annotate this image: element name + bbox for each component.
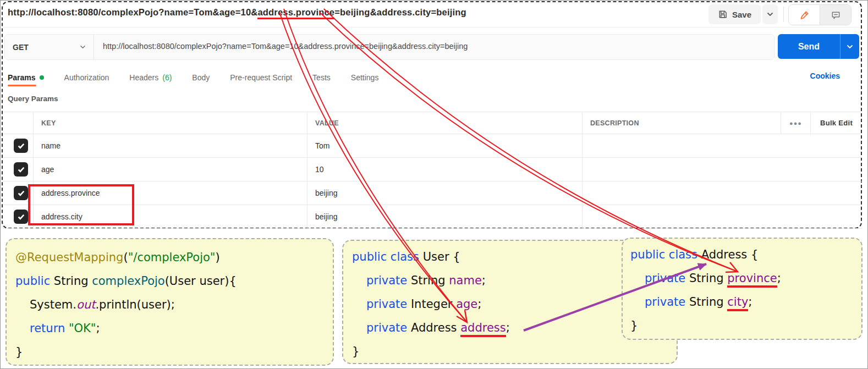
code-line: private String province; xyxy=(630,267,854,290)
query-params-title: Query Params xyxy=(8,95,58,103)
table-header-row: KEY VALUE DESCRIPTION ●●● Bulk Edit xyxy=(3,112,862,134)
column-header-key: KEY xyxy=(33,112,307,134)
check-icon xyxy=(18,214,25,220)
send-button-label: Send xyxy=(778,42,840,52)
param-value-cell[interactable]: beijing xyxy=(307,205,582,228)
query-params-table: KEY VALUE DESCRIPTION ●●● Bulk Edit name… xyxy=(3,112,862,229)
url-input[interactable]: http://localhost:8080/complexPojo?name=T… xyxy=(94,35,774,59)
tab-body[interactable]: Body xyxy=(192,73,210,82)
code-line: } xyxy=(352,340,668,364)
column-header-description: DESCRIPTION xyxy=(582,112,781,134)
url-highlight: address.province xyxy=(257,7,334,19)
param-description-cell[interactable] xyxy=(582,158,862,181)
table-row: address.city beijing xyxy=(3,205,862,229)
code-line: private Integer age; xyxy=(352,293,668,316)
unsaved-dot-icon xyxy=(40,75,44,80)
pencil-icon xyxy=(799,10,810,20)
send-button[interactable]: Send xyxy=(778,34,859,59)
send-dropdown-button[interactable] xyxy=(840,45,859,49)
table-row: age 10 xyxy=(3,158,862,181)
code-line: private Address address; xyxy=(352,316,668,340)
tab-label: Settings xyxy=(351,73,379,82)
comment-icon xyxy=(831,10,841,20)
tab-pre-request-script[interactable]: Pre-request Script xyxy=(230,73,292,82)
tab-settings[interactable]: Settings xyxy=(351,73,379,82)
check-icon xyxy=(18,167,25,173)
row-checkbox[interactable] xyxy=(14,139,28,153)
param-value-cell[interactable]: 10 xyxy=(307,158,582,181)
tab-label: Tests xyxy=(312,73,331,82)
code-line: } xyxy=(630,314,854,338)
code-line: public String complexPojo(User user){ xyxy=(15,269,324,293)
chevron-down-icon xyxy=(80,45,86,49)
table-row: name Tom xyxy=(3,134,862,158)
save-icon xyxy=(718,9,728,19)
code-block-address-class: public class Address {private String pro… xyxy=(622,238,862,340)
request-builder: GET http://localhost:8080/complexPojo?na… xyxy=(4,34,774,60)
param-key-cell[interactable]: name xyxy=(33,134,307,157)
tab-label: Params xyxy=(8,73,36,82)
table-row: address.province beijing xyxy=(3,181,862,205)
tab-label: Pre-request Script xyxy=(230,73,292,82)
code-line: } xyxy=(15,340,324,364)
param-description-cell[interactable] xyxy=(582,134,862,157)
tab-params[interactable]: Params xyxy=(8,73,44,82)
tab-label: Headers xyxy=(129,73,158,82)
save-dropdown-button[interactable] xyxy=(762,4,778,24)
headers-count-badge: (6) xyxy=(162,73,172,82)
tab-tests[interactable]: Tests xyxy=(312,73,331,82)
tab-headers[interactable]: Headers (6) xyxy=(129,73,172,82)
save-button[interactable]: Save xyxy=(708,4,761,24)
tab-label: Authorization xyxy=(64,73,109,82)
param-description-cell[interactable] xyxy=(582,205,862,228)
row-checkbox[interactable] xyxy=(14,210,28,224)
chevron-down-icon xyxy=(847,45,853,49)
code-line: System.out.println(user); xyxy=(15,293,324,317)
comment-button[interactable] xyxy=(820,5,851,25)
code-block-controller: @RequestMapping("/complexPojo")public St… xyxy=(6,238,334,366)
tab-label: Body xyxy=(192,73,210,82)
check-icon xyxy=(18,190,25,196)
divider xyxy=(783,7,784,22)
code-line: public class User { xyxy=(352,245,668,269)
chevron-down-icon xyxy=(767,12,773,16)
code-line: private String city; xyxy=(630,290,854,314)
page: http://localhost:8080/complexPojo?name=T… xyxy=(0,0,868,369)
cookies-link[interactable]: Cookies xyxy=(810,71,840,80)
param-key-cell[interactable]: address.province xyxy=(33,181,307,205)
request-url-bar[interactable]: http://localhost:8080/complexPojo?name=T… xyxy=(8,6,466,18)
edit-comment-toggle xyxy=(788,4,851,25)
divider xyxy=(3,27,861,27)
url-prefix: http://localhost:8080/complexPojo?name=T… xyxy=(8,7,257,17)
code-line: public class Address { xyxy=(630,243,854,267)
check-icon xyxy=(18,143,25,149)
bulk-edit-button[interactable]: Bulk Edit xyxy=(810,112,862,134)
param-value-cell[interactable]: beijing xyxy=(307,181,582,205)
row-checkbox[interactable] xyxy=(14,162,28,177)
more-options-icon[interactable]: ●●● xyxy=(781,112,810,134)
code-line: return "OK"; xyxy=(15,317,324,340)
code-line: private String name; xyxy=(352,269,668,293)
column-header-value: VALUE xyxy=(307,112,582,134)
postman-panel: http://localhost:8080/complexPojo?name=T… xyxy=(2,1,862,229)
param-key-cell[interactable]: address.city xyxy=(33,205,307,228)
edit-button[interactable] xyxy=(789,5,820,25)
param-value-cell[interactable]: Tom xyxy=(307,134,582,157)
method-select[interactable]: GET xyxy=(5,35,94,59)
url-suffix: =beijing&address.city=beijing xyxy=(334,7,466,17)
method-label: GET xyxy=(13,43,29,52)
save-button-label: Save xyxy=(732,10,751,19)
code-line: @RequestMapping("/complexPojo") xyxy=(15,246,324,269)
param-description-cell[interactable] xyxy=(582,181,862,205)
header-checkbox-spacer xyxy=(3,112,33,134)
tab-authorization[interactable]: Authorization xyxy=(64,73,109,82)
param-key-cell[interactable]: age xyxy=(33,158,307,181)
request-tabs: Params Authorization Headers (6) Body Pr… xyxy=(8,68,378,87)
row-checkbox[interactable] xyxy=(14,186,28,200)
